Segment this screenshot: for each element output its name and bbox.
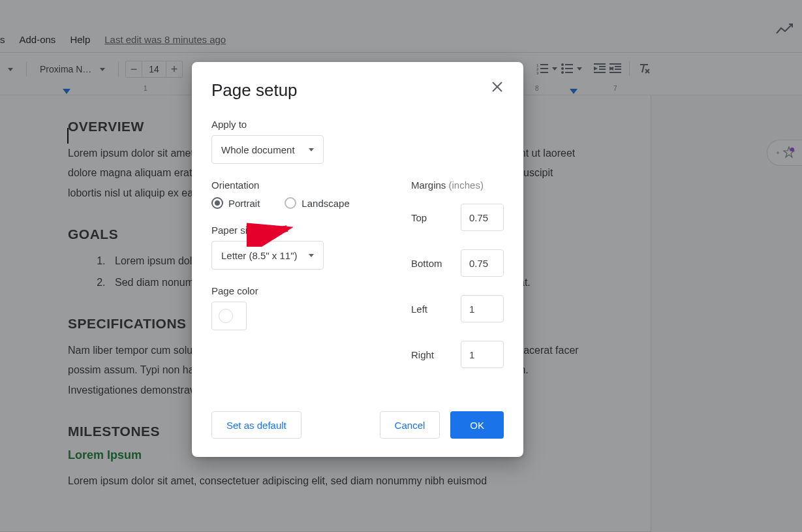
page-color-label: Page color [211, 285, 411, 296]
margin-top-input[interactable] [461, 204, 504, 231]
margin-bottom-label: Bottom [411, 258, 442, 269]
close-button[interactable] [487, 76, 508, 97]
cancel-button[interactable]: Cancel [380, 411, 440, 439]
margin-left-input[interactable] [461, 295, 504, 322]
apply-to-value: Whole document [221, 144, 295, 155]
radio-label: Landscape [301, 198, 349, 209]
orientation-landscape-radio[interactable]: Landscape [285, 197, 349, 209]
page-color-dropdown[interactable] [211, 302, 247, 330]
ok-button[interactable]: OK [450, 411, 504, 439]
radio-label: Portrait [228, 198, 260, 209]
apply-to-dropdown[interactable]: Whole document [211, 135, 324, 164]
close-icon [492, 82, 502, 92]
dialog-title: Page setup [211, 80, 504, 101]
margins-label-text: Margins [411, 180, 446, 191]
margin-top-label: Top [411, 212, 427, 223]
paper-size-value: Letter (8.5" x 11") [221, 250, 298, 261]
paper-size-dropdown[interactable]: Letter (8.5" x 11") [211, 241, 324, 270]
radio-checked-icon [211, 197, 223, 209]
orientation-label: Orientation [211, 180, 411, 191]
radio-unchecked-icon [285, 197, 296, 209]
color-swatch-icon [219, 309, 233, 323]
margin-right-input[interactable] [461, 341, 504, 368]
margin-left-label: Left [411, 304, 427, 315]
apply-to-label: Apply to [211, 119, 504, 130]
paper-size-label: Paper size [211, 225, 411, 236]
margin-bottom-input[interactable] [461, 249, 504, 277]
orientation-portrait-radio[interactable]: Portrait [211, 197, 260, 209]
page-setup-dialog: Page setup Apply to Whole document Orien… [192, 62, 523, 457]
set-as-default-button[interactable]: Set as default [211, 411, 301, 439]
margins-hint: (inches) [449, 180, 484, 191]
chevron-down-icon [309, 254, 314, 257]
chevron-down-icon [309, 148, 314, 151]
margins-label: Margins (inches) [411, 180, 504, 191]
margin-right-label: Right [411, 349, 434, 360]
